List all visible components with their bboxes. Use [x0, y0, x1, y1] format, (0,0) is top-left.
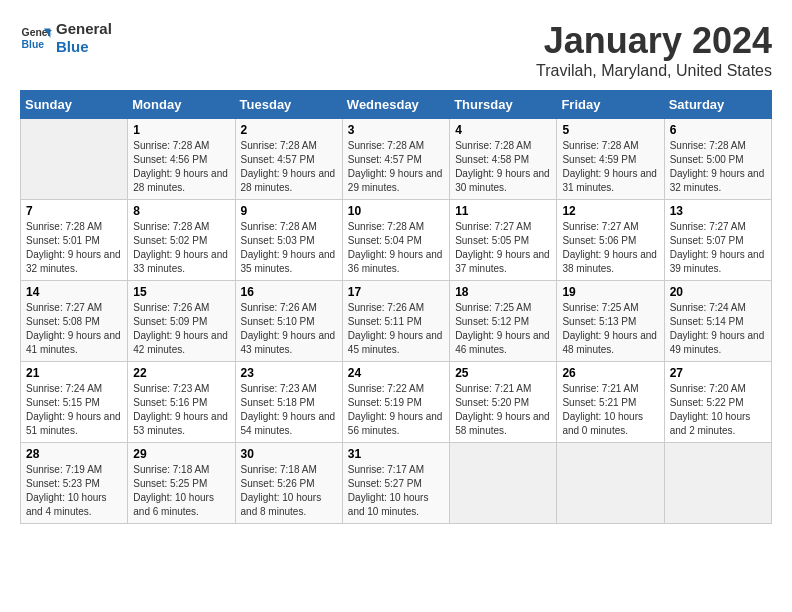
cell-w1-d1: 8Sunrise: 7:28 AMSunset: 5:02 PMDaylight…: [128, 200, 235, 281]
day-number: 21: [26, 366, 122, 380]
day-info: Sunrise: 7:19 AMSunset: 5:23 PMDaylight:…: [26, 463, 122, 519]
day-number: 31: [348, 447, 444, 461]
day-number: 10: [348, 204, 444, 218]
header-sunday: Sunday: [21, 91, 128, 119]
day-number: 9: [241, 204, 337, 218]
logo-line2: Blue: [56, 38, 112, 56]
cell-w2-d4: 18Sunrise: 7:25 AMSunset: 5:12 PMDayligh…: [450, 281, 557, 362]
day-number: 30: [241, 447, 337, 461]
day-number: 3: [348, 123, 444, 137]
cell-w4-d5: [557, 443, 664, 524]
cell-w4-d2: 30Sunrise: 7:18 AMSunset: 5:26 PMDayligh…: [235, 443, 342, 524]
day-info: Sunrise: 7:28 AMSunset: 5:03 PMDaylight:…: [241, 220, 337, 276]
week-row-1: 7Sunrise: 7:28 AMSunset: 5:01 PMDaylight…: [21, 200, 772, 281]
cell-w3-d6: 27Sunrise: 7:20 AMSunset: 5:22 PMDayligh…: [664, 362, 771, 443]
header-friday: Friday: [557, 91, 664, 119]
header-saturday: Saturday: [664, 91, 771, 119]
day-number: 12: [562, 204, 658, 218]
day-info: Sunrise: 7:22 AMSunset: 5:19 PMDaylight:…: [348, 382, 444, 438]
day-info: Sunrise: 7:21 AMSunset: 5:20 PMDaylight:…: [455, 382, 551, 438]
day-number: 20: [670, 285, 766, 299]
day-number: 29: [133, 447, 229, 461]
day-info: Sunrise: 7:25 AMSunset: 5:13 PMDaylight:…: [562, 301, 658, 357]
day-info: Sunrise: 7:28 AMSunset: 4:58 PMDaylight:…: [455, 139, 551, 195]
day-info: Sunrise: 7:18 AMSunset: 5:26 PMDaylight:…: [241, 463, 337, 519]
logo-line1: General: [56, 20, 112, 38]
day-number: 19: [562, 285, 658, 299]
day-info: Sunrise: 7:28 AMSunset: 4:59 PMDaylight:…: [562, 139, 658, 195]
day-info: Sunrise: 7:27 AMSunset: 5:07 PMDaylight:…: [670, 220, 766, 276]
day-info: Sunrise: 7:26 AMSunset: 5:10 PMDaylight:…: [241, 301, 337, 357]
calendar-subtitle: Travilah, Maryland, United States: [536, 62, 772, 80]
week-row-3: 21Sunrise: 7:24 AMSunset: 5:15 PMDayligh…: [21, 362, 772, 443]
day-info: Sunrise: 7:17 AMSunset: 5:27 PMDaylight:…: [348, 463, 444, 519]
day-info: Sunrise: 7:23 AMSunset: 5:16 PMDaylight:…: [133, 382, 229, 438]
day-number: 15: [133, 285, 229, 299]
day-info: Sunrise: 7:28 AMSunset: 5:00 PMDaylight:…: [670, 139, 766, 195]
day-info: Sunrise: 7:23 AMSunset: 5:18 PMDaylight:…: [241, 382, 337, 438]
title-section: January 2024 Travilah, Maryland, United …: [536, 20, 772, 80]
cell-w0-d5: 5Sunrise: 7:28 AMSunset: 4:59 PMDaylight…: [557, 119, 664, 200]
cell-w1-d2: 9Sunrise: 7:28 AMSunset: 5:03 PMDaylight…: [235, 200, 342, 281]
cell-w4-d0: 28Sunrise: 7:19 AMSunset: 5:23 PMDayligh…: [21, 443, 128, 524]
cell-w1-d4: 11Sunrise: 7:27 AMSunset: 5:05 PMDayligh…: [450, 200, 557, 281]
day-number: 2: [241, 123, 337, 137]
day-number: 27: [670, 366, 766, 380]
header-row: Sunday Monday Tuesday Wednesday Thursday…: [21, 91, 772, 119]
day-number: 4: [455, 123, 551, 137]
day-info: Sunrise: 7:26 AMSunset: 5:09 PMDaylight:…: [133, 301, 229, 357]
day-info: Sunrise: 7:28 AMSunset: 5:04 PMDaylight:…: [348, 220, 444, 276]
day-info: Sunrise: 7:28 AMSunset: 5:01 PMDaylight:…: [26, 220, 122, 276]
day-info: Sunrise: 7:28 AMSunset: 4:57 PMDaylight:…: [348, 139, 444, 195]
day-info: Sunrise: 7:28 AMSunset: 5:02 PMDaylight:…: [133, 220, 229, 276]
cell-w0-d2: 2Sunrise: 7:28 AMSunset: 4:57 PMDaylight…: [235, 119, 342, 200]
day-number: 24: [348, 366, 444, 380]
week-row-4: 28Sunrise: 7:19 AMSunset: 5:23 PMDayligh…: [21, 443, 772, 524]
day-number: 7: [26, 204, 122, 218]
day-number: 25: [455, 366, 551, 380]
cell-w3-d0: 21Sunrise: 7:24 AMSunset: 5:15 PMDayligh…: [21, 362, 128, 443]
header-thursday: Thursday: [450, 91, 557, 119]
logo: General Blue General Blue: [20, 20, 112, 56]
cell-w1-d0: 7Sunrise: 7:28 AMSunset: 5:01 PMDaylight…: [21, 200, 128, 281]
day-number: 6: [670, 123, 766, 137]
week-row-2: 14Sunrise: 7:27 AMSunset: 5:08 PMDayligh…: [21, 281, 772, 362]
day-info: Sunrise: 7:27 AMSunset: 5:05 PMDaylight:…: [455, 220, 551, 276]
cell-w0-d1: 1Sunrise: 7:28 AMSunset: 4:56 PMDaylight…: [128, 119, 235, 200]
day-number: 16: [241, 285, 337, 299]
day-info: Sunrise: 7:28 AMSunset: 4:56 PMDaylight:…: [133, 139, 229, 195]
day-number: 18: [455, 285, 551, 299]
cell-w1-d5: 12Sunrise: 7:27 AMSunset: 5:06 PMDayligh…: [557, 200, 664, 281]
day-info: Sunrise: 7:28 AMSunset: 4:57 PMDaylight:…: [241, 139, 337, 195]
day-info: Sunrise: 7:24 AMSunset: 5:15 PMDaylight:…: [26, 382, 122, 438]
cell-w2-d5: 19Sunrise: 7:25 AMSunset: 5:13 PMDayligh…: [557, 281, 664, 362]
cell-w0-d4: 4Sunrise: 7:28 AMSunset: 4:58 PMDaylight…: [450, 119, 557, 200]
cell-w3-d5: 26Sunrise: 7:21 AMSunset: 5:21 PMDayligh…: [557, 362, 664, 443]
day-info: Sunrise: 7:25 AMSunset: 5:12 PMDaylight:…: [455, 301, 551, 357]
page-header: General Blue General Blue January 2024 T…: [20, 20, 772, 80]
day-number: 26: [562, 366, 658, 380]
svg-text:Blue: Blue: [22, 39, 45, 50]
day-info: Sunrise: 7:27 AMSunset: 5:08 PMDaylight:…: [26, 301, 122, 357]
day-info: Sunrise: 7:21 AMSunset: 5:21 PMDaylight:…: [562, 382, 658, 438]
day-number: 17: [348, 285, 444, 299]
day-info: Sunrise: 7:24 AMSunset: 5:14 PMDaylight:…: [670, 301, 766, 357]
day-number: 13: [670, 204, 766, 218]
day-number: 11: [455, 204, 551, 218]
cell-w3-d3: 24Sunrise: 7:22 AMSunset: 5:19 PMDayligh…: [342, 362, 449, 443]
cell-w2-d1: 15Sunrise: 7:26 AMSunset: 5:09 PMDayligh…: [128, 281, 235, 362]
day-number: 23: [241, 366, 337, 380]
cell-w0-d6: 6Sunrise: 7:28 AMSunset: 5:00 PMDaylight…: [664, 119, 771, 200]
day-info: Sunrise: 7:18 AMSunset: 5:25 PMDaylight:…: [133, 463, 229, 519]
cell-w3-d4: 25Sunrise: 7:21 AMSunset: 5:20 PMDayligh…: [450, 362, 557, 443]
cell-w0-d0: [21, 119, 128, 200]
day-number: 28: [26, 447, 122, 461]
cell-w1-d3: 10Sunrise: 7:28 AMSunset: 5:04 PMDayligh…: [342, 200, 449, 281]
day-number: 14: [26, 285, 122, 299]
cell-w2-d6: 20Sunrise: 7:24 AMSunset: 5:14 PMDayligh…: [664, 281, 771, 362]
calendar-title: January 2024: [536, 20, 772, 62]
day-info: Sunrise: 7:27 AMSunset: 5:06 PMDaylight:…: [562, 220, 658, 276]
header-tuesday: Tuesday: [235, 91, 342, 119]
cell-w0-d3: 3Sunrise: 7:28 AMSunset: 4:57 PMDaylight…: [342, 119, 449, 200]
cell-w2-d3: 17Sunrise: 7:26 AMSunset: 5:11 PMDayligh…: [342, 281, 449, 362]
